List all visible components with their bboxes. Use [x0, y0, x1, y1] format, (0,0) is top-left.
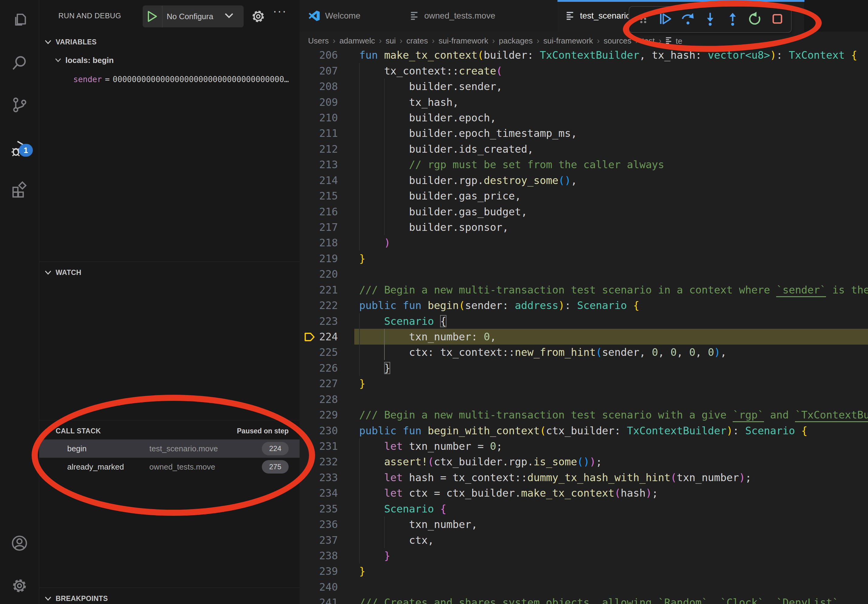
step-into-button[interactable]: [702, 11, 719, 28]
breadcrumb-item-sui-framework[interactable]: sui-framework: [544, 36, 593, 46]
code-line-240[interactable]: 240: [299, 579, 868, 595]
line-number[interactable]: 231: [299, 438, 338, 454]
start-debug-icon[interactable]: [143, 5, 163, 27]
line-number[interactable]: 215: [299, 188, 338, 204]
code-line-211[interactable]: 211builder.epoch_timestamp_ms,: [299, 125, 868, 141]
code-line-215[interactable]: 215builder.gas_price,: [299, 188, 868, 204]
line-number[interactable]: 212: [299, 141, 338, 157]
code-line-210[interactable]: 210builder.epoch,: [299, 110, 868, 125]
code-line-230[interactable]: 230public fun begin_with_context(ctx_bui…: [299, 423, 868, 438]
restart-button[interactable]: [746, 11, 763, 28]
step-out-button[interactable]: [724, 11, 741, 28]
line-number[interactable]: 209: [299, 94, 338, 110]
line-number[interactable]: 230: [299, 423, 338, 438]
activity-item-source-control[interactable]: [0, 89, 39, 122]
code-editor[interactable]: 206fun make_tx_context(builder: TxContex…: [299, 50, 868, 604]
stop-button[interactable]: [769, 11, 786, 28]
code-line-234[interactable]: 234let ctx = ctx_builder.make_tx_context…: [299, 485, 868, 501]
code-line-231[interactable]: 231let txn_number = 0;: [299, 438, 868, 454]
code-line-209[interactable]: 209tx_hash,: [299, 94, 868, 110]
code-line-222[interactable]: 222public fun begin(sender: address): Sc…: [299, 297, 868, 313]
line-number[interactable]: 206: [299, 50, 338, 63]
code-line-238[interactable]: 238}: [299, 548, 868, 564]
code-line-226[interactable]: 226}: [299, 360, 868, 376]
debug-config-dropdown[interactable]: No Configura: [143, 5, 243, 27]
line-number[interactable]: 213: [299, 156, 338, 172]
code-line-207[interactable]: 207tx_context::create(: [299, 63, 868, 79]
code-line-219[interactable]: 219}: [299, 251, 868, 266]
line-number[interactable]: 217: [299, 219, 338, 235]
line-number[interactable]: 220: [299, 266, 338, 282]
breadcrumb-item-packages[interactable]: packages: [499, 36, 533, 46]
line-number[interactable]: 236: [299, 516, 338, 532]
line-number[interactable]: 216: [299, 204, 338, 220]
line-number[interactable]: 225: [299, 344, 338, 360]
tab-welcome[interactable]: Welcome: [299, 0, 402, 32]
gear-icon[interactable]: [248, 7, 268, 26]
code-line-220[interactable]: 220: [299, 266, 868, 282]
line-number[interactable]: 227: [299, 376, 338, 392]
code-line-214[interactable]: 214builder.rgp.destroy_some(),: [299, 172, 868, 188]
tab-owned-tests-move[interactable]: owned_tests.move: [402, 0, 558, 32]
call-stack-frame-already_marked[interactable]: already_markedowned_tests.move275: [39, 458, 299, 476]
activity-item-explorer[interactable]: [0, 5, 39, 38]
code-line-233[interactable]: 233let hash = tx_context::dummy_tx_hash_…: [299, 469, 868, 485]
code-line-228[interactable]: 228: [299, 392, 868, 407]
breadcrumb-item-sources[interactable]: sources: [604, 36, 631, 46]
line-number[interactable]: 229: [299, 407, 338, 423]
code-line-232[interactable]: 232assert!(ctx_builder.rgp.is_some());: [299, 454, 868, 469]
line-number[interactable]: 233: [299, 469, 338, 485]
breadcrumb-item-adamwelc[interactable]: adamwelc: [339, 36, 375, 46]
line-number[interactable]: 241: [299, 595, 338, 604]
line-number[interactable]: 224: [299, 329, 338, 345]
line-number[interactable]: 218: [299, 235, 338, 251]
line-number[interactable]: 207: [299, 63, 338, 79]
code-line-206[interactable]: 206fun make_tx_context(builder: TxContex…: [299, 50, 868, 63]
line-number[interactable]: 219: [299, 251, 338, 266]
line-number[interactable]: 214: [299, 172, 338, 188]
line-number[interactable]: 238: [299, 548, 338, 564]
code-line-208[interactable]: 208builder.sender,: [299, 79, 868, 94]
code-line-225[interactable]: 225ctx: tx_context::new_from_hint(sender…: [299, 344, 868, 360]
call-stack-frame-begin[interactable]: begintest_scenario.move224: [39, 440, 299, 458]
line-number[interactable]: 237: [299, 532, 338, 548]
toolbar-drag-handle[interactable]: [635, 11, 652, 28]
line-number[interactable]: 235: [299, 501, 338, 517]
section-watch[interactable]: WATCH: [39, 264, 299, 281]
code-line-239[interactable]: 239}: [299, 563, 868, 579]
line-number[interactable]: 240: [299, 579, 338, 595]
code-line-241[interactable]: 241/// Creates and shares system objects…: [299, 595, 868, 604]
breadcrumb-item-test[interactable]: test: [642, 36, 655, 46]
activity-item-search[interactable]: [0, 47, 39, 80]
breadcrumb-item-sui[interactable]: sui: [386, 36, 396, 46]
step-over-button[interactable]: [679, 11, 696, 28]
line-number[interactable]: 222: [299, 297, 338, 313]
line-number[interactable]: 223: [299, 313, 338, 329]
more-actions-icon[interactable]: ···: [273, 4, 287, 18]
code-line-223[interactable]: 223Scenario {: [299, 313, 868, 329]
code-line-235[interactable]: 235Scenario {: [299, 501, 868, 517]
activity-item-run-and-debug[interactable]: 1: [0, 132, 39, 166]
code-line-237[interactable]: 237ctx,: [299, 532, 868, 548]
section-call-stack[interactable]: CALL STACK Paused on step: [39, 423, 299, 440]
line-number[interactable]: 234: [299, 485, 338, 501]
line-number[interactable]: 208: [299, 79, 338, 94]
code-line-216[interactable]: 216builder.gas_budget,: [299, 204, 868, 220]
code-line-236[interactable]: 236txn_number,: [299, 516, 868, 532]
code-line-221[interactable]: 221/// Begin a new multi-transaction tes…: [299, 282, 868, 298]
line-number[interactable]: 226: [299, 360, 338, 376]
variable-sender-row[interactable]: sender = 0000000000000000000000000000000…: [73, 72, 298, 87]
code-line-229[interactable]: 229/// Begin a new multi-transaction tes…: [299, 407, 868, 423]
activity-item-extensions[interactable]: [0, 173, 39, 207]
code-line-224[interactable]: 224txn_number: 0,: [299, 329, 868, 345]
breadcrumb-item-Users[interactable]: Users: [308, 36, 329, 46]
section-variables[interactable]: VARIABLES: [39, 34, 299, 51]
variables-scope-row[interactable]: locals: begin: [39, 52, 299, 68]
code-line-218[interactable]: 218): [299, 235, 868, 251]
breadcrumb-item-crates[interactable]: crates: [406, 36, 428, 46]
continue-button[interactable]: [657, 11, 674, 28]
activity-item-settings[interactable]: [0, 570, 39, 603]
line-number[interactable]: 232: [299, 454, 338, 469]
breadcrumb-item-sui-framework[interactable]: sui-framework: [439, 36, 488, 46]
code-line-212[interactable]: 212builder.ids_created,: [299, 141, 868, 157]
